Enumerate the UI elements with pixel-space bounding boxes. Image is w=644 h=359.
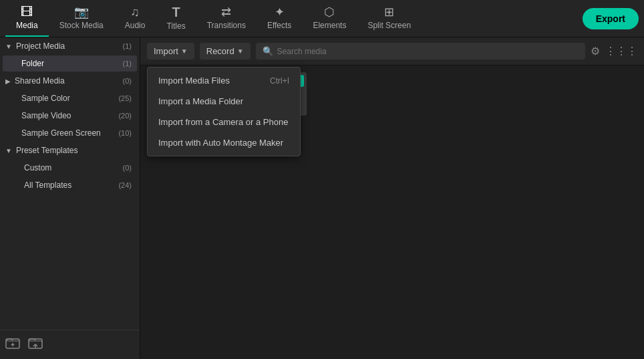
import-button[interactable]: Import ▼ [147,43,194,59]
import-montage-label: Import with Auto Montage Maker [158,138,283,148]
project-media-count: (1) [123,42,132,50]
nav-item-titles[interactable]: T Titles [156,0,196,37]
sidebar-bottom [0,330,140,359]
grid-view-icon[interactable]: ⋮⋮⋮ [605,45,637,57]
folder-count: (1) [123,59,132,68]
nav-item-splitscreen[interactable]: ⊞ Split Screen [357,0,422,37]
nav-label-stock: Stock Media [59,21,104,30]
content-area: Import ▼ Record ▼ 🔍 ⚙ ⋮⋮⋮ Import Media F… [140,37,644,359]
import-files-shortcut: Ctrl+I [270,76,289,86]
import-camera-label: Import from a Camera or a Phone [158,117,288,127]
sample-green-label: Sample Green Screen [21,128,118,138]
export-button[interactable]: Export [583,8,639,29]
search-bar: 🔍 [256,43,585,59]
sidebar-item-custom[interactable]: Custom (0) [3,160,137,176]
sidebar-item-folder[interactable]: Folder (1) [3,55,137,72]
sample-color-label: Sample Color [21,94,118,103]
nav-label-splitscreen: Split Screen [367,21,411,30]
transitions-icon: ⇄ [221,6,231,18]
dropdown-item-import-camera[interactable]: Import from a Camera or a Phone [148,112,300,132]
sidebar-item-sample-color[interactable]: Sample Color (25) [3,90,137,106]
all-templates-label: All Templates [24,181,118,190]
folder-label: Folder [21,59,123,68]
elements-icon: ⬡ [324,6,335,18]
import-label: Import [154,46,178,56]
sidebar-item-all-templates[interactable]: All Templates (24) [3,177,137,193]
search-icon: 🔍 [263,46,273,56]
sidebar-section-preset-templates[interactable]: ▼ Preset Templates [0,142,140,159]
top-nav: 🎞 Media 📷 Stock Media ♫ Audio T Titles ⇄… [0,0,644,37]
section-label-project-media: Project Media [16,41,123,51]
record-arrow-icon: ▼ [237,47,244,55]
section-label-shared-media: Shared Media [15,76,123,86]
nav-label-titles: Titles [166,21,185,31]
nav-label-elements: Elements [313,21,346,30]
sidebar-item-sample-video[interactable]: Sample Video (20) [3,108,137,124]
toolbar: Import ▼ Record ▼ 🔍 ⚙ ⋮⋮⋮ Import Media F… [140,37,644,66]
sample-video-count: (20) [118,112,132,120]
nav-item-audio[interactable]: ♫ Audio [114,0,156,37]
sidebar-section-shared-media[interactable]: ▶ Shared Media (0) [0,72,140,90]
sample-color-count: (25) [118,94,132,102]
import-files-label: Import Media Files [158,76,230,86]
dropdown-item-import-files[interactable]: Import Media Files Ctrl+I [148,70,300,91]
sample-green-count: (10) [118,129,132,137]
record-button[interactable]: Record ▼ [200,43,251,59]
titles-icon: T [172,5,180,19]
dropdown-item-import-folder[interactable]: Import a Media Folder [148,91,300,112]
nav-label-transitions: Transitions [207,21,246,30]
new-folder-icon[interactable] [5,336,20,354]
nav-label-effects: Effects [267,21,291,30]
stock-icon: 📷 [74,6,89,18]
nav-item-media[interactable]: 🎞 Media [5,0,49,37]
media-icon: 🎞 [21,6,33,18]
nav-label-media: Media [16,21,38,30]
sample-video-label: Sample Video [21,111,118,120]
splitscreen-icon: ⊞ [384,6,394,18]
filter-icon[interactable]: ⚙ [591,45,600,57]
all-templates-count: (24) [118,181,132,189]
record-label: Record [206,46,234,56]
custom-count: (0) [123,164,132,172]
chevron-down-icon-2: ▼ [5,147,12,154]
custom-label: Custom [24,163,123,172]
main-layout: ▼ Project Media (1) Folder (1) ▶ Shared … [0,37,644,359]
nav-item-elements[interactable]: ⬡ Elements [302,0,357,37]
import-dropdown-menu: Import Media Files Ctrl+I Import a Media… [147,67,301,156]
sidebar-item-sample-green[interactable]: Sample Green Screen (10) [3,125,137,141]
import-arrow-icon: ▼ [181,47,188,55]
nav-item-stock[interactable]: 📷 Stock Media [49,0,114,37]
nav-label-audio: Audio [125,21,146,30]
chevron-down-icon: ▼ [5,43,12,50]
section-label-preset-templates: Preset Templates [16,146,134,155]
sidebar: ▼ Project Media (1) Folder (1) ▶ Shared … [0,37,140,359]
chevron-right-icon: ▶ [5,78,11,85]
sidebar-section-project-media[interactable]: ▼ Project Media (1) [0,37,140,55]
dropdown-item-import-montage[interactable]: Import with Auto Montage Maker [148,132,300,153]
nav-item-transitions[interactable]: ⇄ Transitions [196,0,257,37]
audio-icon: ♫ [130,6,140,18]
effects-icon: ✦ [275,6,285,18]
import-folder-icon[interactable] [28,336,43,354]
search-input[interactable] [277,47,579,56]
nav-item-effects[interactable]: ✦ Effects [257,0,302,37]
import-folder-label: Import a Media Folder [158,96,243,106]
shared-media-count: (0) [123,77,132,85]
